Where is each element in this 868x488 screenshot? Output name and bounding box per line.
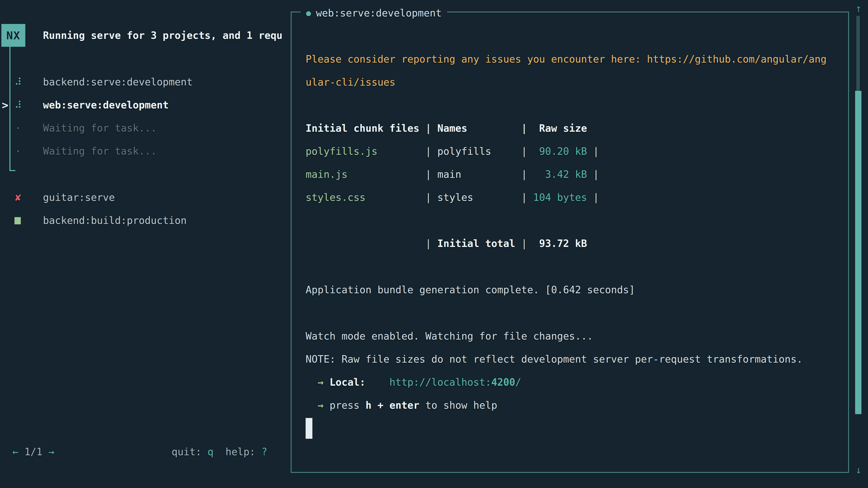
issue-report-notice-line2: ular-cli/issues	[306, 71, 395, 94]
chunk-file: main.js	[306, 163, 426, 186]
chunk-size: 90.20 kB	[533, 140, 587, 163]
chunk-size: 3.42 kB	[533, 163, 587, 186]
chunk-file: styles.css	[306, 186, 426, 209]
success-square-icon	[14, 217, 21, 224]
spinner-icon: ⠼	[13, 94, 24, 117]
table-pipe: |	[426, 163, 437, 186]
error-cross-icon: ✘	[13, 186, 24, 209]
chunk-name: polyfills	[437, 140, 521, 163]
url-suffix: /	[515, 377, 521, 388]
table-pipe: |	[521, 186, 533, 209]
arrow-icon: →	[318, 394, 330, 417]
table-pipe: |	[426, 186, 437, 209]
col-header-raw-size: Raw size	[533, 117, 587, 140]
help-key: ?	[261, 446, 268, 457]
scroll-down-arrow-icon[interactable]: ↓	[852, 462, 865, 478]
task-label: guitar:serve	[43, 186, 115, 209]
scrollbar-thumb[interactable]	[855, 91, 862, 414]
table-row: main.js|main|3.42 kB|	[306, 163, 599, 186]
waiting-dot-icon: ·	[13, 140, 24, 163]
task-label: backend:build:production	[43, 209, 187, 232]
initial-total-row: |Initial total|93.72 kB	[306, 232, 587, 255]
task-label: Waiting for task...	[43, 140, 157, 163]
chunk-file: polyfills.js	[306, 140, 426, 163]
waiting-dot-icon: ·	[13, 117, 24, 140]
hint-keys: h + enter	[366, 399, 419, 411]
nx-terminal-ui: NX Running serve for 3 projects, and 1 r…	[0, 0, 868, 488]
sidebar-item-backend-build[interactable]: backend:build:production	[0, 209, 291, 232]
total-label: Initial total	[437, 232, 521, 255]
table-pipe: |	[521, 232, 533, 255]
scrollbar-track[interactable]	[859, 16, 860, 91]
quit-key: q	[208, 446, 214, 457]
url-prefix: http://localhost:	[390, 377, 491, 388]
table-pipe: |	[587, 163, 599, 186]
task-sidebar: NX Running serve for 3 projects, and 1 r…	[0, 0, 291, 488]
total-size: 93.72 kB	[533, 232, 587, 255]
raw-size-note: NOTE: Raw file sizes do not reflect deve…	[306, 348, 803, 371]
sidebar-item-guitar-serve[interactable]: ✘ guitar:serve	[0, 186, 291, 209]
table-pipe: |	[426, 232, 437, 255]
table-row: polyfills.js|polyfills|90.20 kB|	[306, 140, 599, 163]
pagination: ←1/1→	[12, 440, 54, 463]
localhost-url[interactable]: http://localhost:4200/	[390, 377, 521, 388]
sidebar-item-web-serve[interactable]: ⠼ web:serve:development	[0, 94, 291, 117]
keyboard-hints: quit:qhelp:?	[172, 440, 268, 463]
task-label-selected: web:serve:development	[43, 94, 168, 117]
local-server-line: →Local:http://localhost:4200/	[306, 371, 521, 394]
chunk-name: styles	[437, 186, 521, 209]
table-row: styles.css|styles|104 bytes|	[306, 186, 599, 209]
issue-report-notice-line1: Please consider reporting any issues you…	[306, 48, 827, 71]
col-header-files: Initial chunk files	[306, 117, 426, 140]
arrow-icon: →	[318, 371, 330, 394]
page-indicator: 1/1	[24, 446, 42, 457]
page-prev-arrow[interactable]: ←	[12, 446, 19, 457]
help-hint-label: help:	[225, 446, 255, 457]
bundle-complete-message: Application bundle generation complete. …	[306, 278, 635, 301]
table-pipe: |	[426, 140, 437, 163]
chunk-table-header: Initial chunk files|Names|Raw size	[306, 117, 587, 140]
page-title: Running serve for 3 projects, and 1 requ	[43, 24, 283, 47]
chunk-size: 104 bytes	[533, 186, 587, 209]
hint-post: to show help	[419, 399, 497, 411]
scrollbar-track[interactable]	[857, 16, 858, 91]
page-next-arrow[interactable]: →	[49, 446, 55, 457]
local-label: Local:	[330, 377, 366, 388]
sidebar-item-waiting-2[interactable]: · Waiting for task...	[0, 140, 291, 163]
watch-mode-message: Watch mode enabled. Watching for file ch…	[306, 325, 593, 348]
hint-pre: press	[330, 399, 366, 411]
table-pipe: |	[587, 140, 599, 163]
task-label: backend:serve:development	[43, 70, 193, 94]
help-hint-line: →press h + enter to show help	[306, 394, 497, 417]
sidebar-item-backend-serve[interactable]: ⠼ backend:serve:development	[0, 70, 291, 94]
col-header-names: Names	[437, 117, 521, 140]
panel-title-text: web:serve:development	[316, 7, 442, 19]
nx-logo-badge: NX	[1, 24, 25, 47]
table-pipe: |	[587, 186, 599, 209]
terminal-block-cursor	[306, 418, 312, 439]
spinner-icon: ⠼	[13, 70, 24, 94]
quit-hint-label: quit:	[172, 446, 202, 457]
table-pipe: |	[521, 117, 533, 140]
sidebar-item-waiting-1[interactable]: · Waiting for task...	[0, 117, 291, 140]
url-port: 4200	[491, 377, 515, 388]
scroll-up-arrow-icon[interactable]: ↑	[852, 0, 865, 17]
table-pipe: |	[521, 140, 533, 163]
table-pipe: |	[426, 117, 437, 140]
task-label: Waiting for task...	[43, 117, 157, 140]
chunk-name: main	[437, 163, 521, 186]
table-pipe: |	[521, 163, 533, 186]
panel-title: ● web:serve:development	[301, 5, 447, 21]
running-status-dot-icon: ●	[306, 8, 311, 18]
